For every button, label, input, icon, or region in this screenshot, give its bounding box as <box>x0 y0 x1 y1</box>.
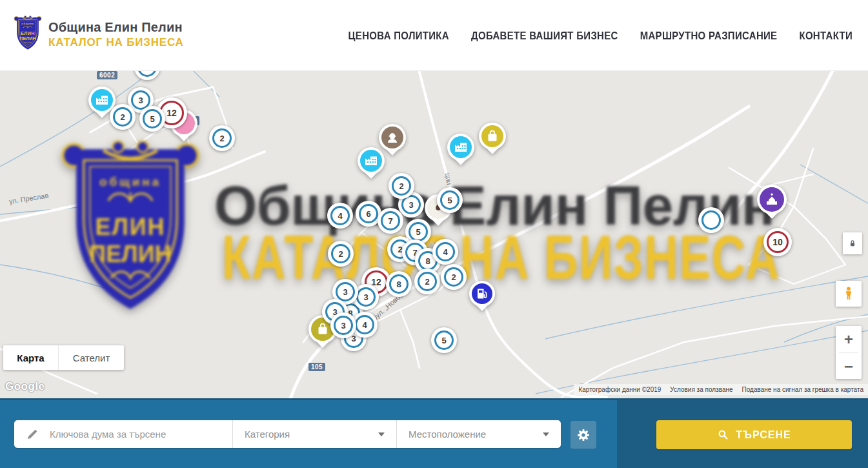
cluster-count: 4 <box>338 211 342 221</box>
nav-item-pricing[interactable]: ЦЕНОВА ПОЛИТИКА <box>348 30 449 41</box>
attribution-report-link[interactable]: Подаване на сигнал за грешка в картата <box>738 386 868 393</box>
cluster-count: 5 <box>447 196 452 205</box>
cluster-count: 2 <box>451 272 456 282</box>
cluster-count: 5 <box>150 114 154 124</box>
factory-pin[interactable] <box>447 134 474 161</box>
map-type-control: Карта Сателит <box>3 345 124 370</box>
cluster-marker[interactable]: 8 <box>386 271 412 297</box>
cluster-count: 5 <box>416 227 420 237</box>
municipality-crest-icon: община ЕЛИН ПЕЛИН <box>13 14 43 55</box>
cluster-marker[interactable] <box>134 71 160 80</box>
keyword-field <box>14 420 232 448</box>
fuel-pin[interactable] <box>469 281 495 307</box>
cluster-count: 3 <box>138 96 143 105</box>
category-select[interactable]: Категория <box>232 420 396 448</box>
cluster-count: 4 <box>362 320 367 330</box>
pencil-icon <box>26 427 39 441</box>
header: община ЕЛИН ПЕЛИН Община Елин Пелин КАТА… <box>0 0 868 71</box>
cluster-count: 2 <box>338 249 343 259</box>
bag-icon <box>315 321 330 337</box>
cluster-marker[interactable]: 2 <box>441 264 467 290</box>
svg-text:ПЕЛИН: ПЕЛИН <box>19 36 36 41</box>
cluster-count: 12 <box>167 108 177 118</box>
nav-item-schedule[interactable]: МАРШРУТНО РАЗПИСАНИЕ <box>640 30 778 41</box>
attribution-copyright: Картографски данни ©2019 <box>574 386 665 393</box>
chevron-down-icon <box>543 432 549 436</box>
cluster-marker[interactable]: 7 <box>378 208 403 234</box>
cluster-marker[interactable]: 5 <box>431 327 457 353</box>
factory-icon <box>94 92 110 108</box>
zoom-in-button[interactable]: + <box>836 326 862 352</box>
cluster-marker[interactable]: 3 <box>330 312 356 338</box>
map-type-map-button[interactable]: Карта <box>3 345 58 370</box>
cluster-marker[interactable]: 5 <box>139 106 165 132</box>
pegman-streetview-button[interactable] <box>836 281 862 307</box>
worker-pin[interactable] <box>379 124 406 151</box>
map-type-satellite-button[interactable]: Сателит <box>58 345 124 370</box>
bag-pin[interactable] <box>479 123 506 150</box>
page: община ЕЛИН ПЕЛИН Община Елин Пелин КАТА… <box>0 0 868 468</box>
cluster-marker[interactable]: 2 <box>389 173 414 199</box>
site-title: Община Елин Пелин <box>48 20 184 35</box>
factory-pin[interactable] <box>358 147 385 174</box>
location-select-label: Местоположение <box>409 429 486 440</box>
pegman-icon <box>840 285 857 302</box>
search-input[interactable] <box>48 428 232 440</box>
advanced-search-button[interactable] <box>570 421 596 449</box>
cluster-marker[interactable] <box>698 207 724 233</box>
search-bar: Категория Местоположение <box>14 420 561 448</box>
factory-icon <box>363 153 379 168</box>
zoom-out-button[interactable]: − <box>836 353 862 380</box>
cluster-count: 8 <box>425 256 430 266</box>
attribution-terms-link[interactable]: Условия за ползване <box>665 386 737 393</box>
google-logo[interactable]: Google <box>5 380 45 393</box>
worker-icon <box>385 130 400 145</box>
cluster-marker[interactable]: 2 <box>209 125 235 151</box>
church-pin[interactable] <box>757 185 787 214</box>
nav-item-contacts[interactable]: КОНТАКТИ <box>799 30 853 41</box>
cluster-count: 8 <box>396 280 401 289</box>
cluster-count: 3 <box>409 200 413 210</box>
nav-item-add-business[interactable]: ДОБАВЕТЕ ВАШИЯТ БИЗНЕС <box>471 30 618 41</box>
svg-text:община: община <box>21 23 34 25</box>
cluster-count: 7 <box>388 216 392 226</box>
site-subtitle: КАТАЛОГ НА БИЗНЕСА <box>48 36 184 49</box>
map-attribution: Картографски данни ©2019 Условия за полз… <box>574 384 868 395</box>
cluster-count: 4 <box>443 247 447 257</box>
location-select[interactable]: Местоположение <box>396 420 561 448</box>
bag-icon <box>485 128 500 144</box>
main-nav: ЦЕНОВА ПОЛИТИКА ДОБАВЕТЕ ВАШИЯТ БИЗНЕС М… <box>348 0 853 71</box>
cluster-count: 2 <box>425 277 429 287</box>
search-button-label: ТЪРСЕНЕ <box>736 429 791 441</box>
cluster-marker[interactable]: 4 <box>327 203 353 229</box>
cluster-count: 2 <box>399 181 403 191</box>
chevron-down-icon <box>378 432 385 436</box>
search-button[interactable]: ТЪРСЕНЕ <box>656 420 852 449</box>
gear-icon <box>576 427 591 443</box>
site-logo[interactable]: община ЕЛИН ПЕЛИН Община Елин Пелин КАТА… <box>13 14 184 55</box>
cluster-count: 2 <box>219 134 224 143</box>
cluster-marker[interactable]: 10 <box>763 228 792 256</box>
cluster-count: 6 <box>366 209 370 219</box>
zoom-control: + − <box>836 326 862 379</box>
fullscreen-lock-button[interactable] <box>843 232 862 254</box>
cluster-count: 3 <box>363 292 368 302</box>
factory-icon <box>453 139 469 155</box>
cluster-marker[interactable]: 2 <box>328 241 354 267</box>
lock-icon <box>847 238 858 249</box>
search-icon <box>717 429 729 441</box>
svg-text:ЕЛИН: ЕЛИН <box>21 30 35 36</box>
search-panel: Категория Местоположение ТЪРСЕНЕ <box>0 398 868 468</box>
church-icon <box>764 192 780 207</box>
category-select-label: Категория <box>245 429 290 440</box>
cluster-marker[interactable]: 4 <box>432 239 458 265</box>
markers-layer: 123252324567527842128228333343510 <box>0 71 868 398</box>
cluster-count: 3 <box>343 287 347 297</box>
cluster-count: 5 <box>441 336 446 345</box>
cluster-count: 3 <box>341 321 345 331</box>
map-canvas[interactable]: 6002105ул. Преславбул. „Новоселции общин… <box>0 71 868 398</box>
cluster-marker[interactable]: 5 <box>437 187 463 213</box>
cluster-marker[interactable]: 2 <box>110 104 136 130</box>
cluster-marker[interactable]: 2 <box>414 269 440 294</box>
cluster-count: 10 <box>772 237 783 247</box>
